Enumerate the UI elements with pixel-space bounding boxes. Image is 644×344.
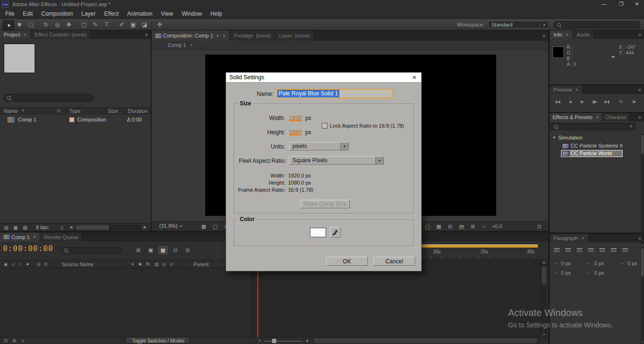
indent-right-value[interactable]: 0 px	[594, 260, 604, 266]
first-frame-button[interactable]: ▮◀	[553, 98, 563, 105]
mask-visibility-icon[interactable]: ▢	[210, 223, 220, 230]
justify-all-button[interactable]	[621, 247, 629, 254]
panel-menu-icon[interactable]: ≡	[540, 30, 548, 41]
timeline-horizontal-scrollbar[interactable]	[313, 338, 539, 344]
pen-tool[interactable]: ✎	[90, 20, 100, 29]
width-value[interactable]: 1920	[289, 115, 302, 121]
scrollbar-thumb[interactable]	[641, 248, 644, 277]
label-column-icon[interactable]: ◎	[57, 108, 61, 113]
effects-folder-row[interactable]: ▼ Simulation	[550, 134, 641, 141]
brush-tool[interactable]: ✐	[117, 20, 127, 29]
lock-aspect-label[interactable]: Lock Aspect Ratio to 16:9 (1.78)	[330, 123, 404, 129]
align-right-button[interactable]	[575, 247, 584, 254]
clone-stamp-tool[interactable]: ▣	[128, 20, 138, 29]
rotation-tool[interactable]: ↻	[41, 20, 51, 29]
tab-character[interactable]: Characte	[602, 113, 630, 121]
tab-effect-controls[interactable]: Effect Controls: (none)	[31, 30, 91, 39]
scroll-up-icon[interactable]: ▲	[641, 243, 644, 246]
tab-close-icon[interactable]: ✕	[23, 33, 27, 37]
column-type[interactable]: Type	[69, 108, 81, 114]
effects-search-input[interactable]: ✕	[551, 123, 636, 130]
tab-close-icon[interactable]: ✕	[581, 236, 584, 241]
transparency-grid-icon[interactable]: ▤	[457, 223, 466, 230]
bpc-button[interactable]: 8 bpc	[36, 224, 49, 230]
frame-blending-icon[interactable]: ⊡	[171, 246, 180, 254]
maximize-button[interactable]: ❐	[613, 0, 629, 9]
composition-mini-flowchart-icon[interactable]: ⊞	[134, 246, 143, 254]
parent-column[interactable]: Parent	[193, 261, 209, 267]
lock-aspect-checkbox[interactable]	[322, 123, 327, 129]
zoom-in-icon[interactable]: ▲	[305, 338, 309, 343]
panel-menu-icon[interactable]: ≡	[635, 234, 644, 242]
minimize-button[interactable]: —	[595, 0, 612, 9]
tab-project[interactable]: Project✕	[0, 30, 31, 39]
column-size[interactable]: Size	[108, 108, 118, 114]
exposure-reset-icon[interactable]: ⊡	[535, 223, 544, 230]
tab-timeline-comp1[interactable]: Comp 1 ✕	[0, 232, 40, 242]
zoom-tool[interactable]	[26, 20, 36, 29]
new-folder-icon[interactable]: ▦	[11, 224, 20, 231]
menu-composition[interactable]: Composition	[37, 10, 77, 17]
scroll-right-icon[interactable]: ▶	[142, 224, 148, 231]
motion-blur-icon[interactable]: ⊟	[183, 246, 192, 254]
menu-layer[interactable]: Layer	[77, 10, 100, 17]
cancel-button[interactable]: Cancel	[373, 257, 415, 266]
expand-layer-switches-icon[interactable]: ⊡	[2, 338, 9, 344]
dialog-close-button[interactable]: ✕	[411, 74, 418, 81]
zoom-slider-thumb[interactable]	[272, 339, 276, 343]
puppet-pin-tool[interactable]: ✜	[154, 20, 165, 29]
selection-tool[interactable]: ➤	[3, 20, 14, 30]
effect-item-selected[interactable]: CC Particle World	[561, 150, 623, 157]
last-frame-button[interactable]: ▶▮	[602, 98, 612, 105]
tab-close-icon[interactable]: ✕	[223, 34, 226, 38]
current-time-display[interactable]: 0:00:00:00	[3, 244, 53, 253]
make-comp-size-button[interactable]: Make Comp Size	[300, 200, 350, 208]
vertical-scrollbar[interactable]: ▲ ▼	[641, 242, 644, 344]
horizontal-scrollbar[interactable]	[75, 225, 141, 230]
tab-preview[interactable]: Preview✕	[550, 85, 583, 94]
source-name-column[interactable]: Source Name	[62, 261, 93, 267]
toggle-switches-modes-button[interactable]: Toggle Switches / Modes	[127, 338, 190, 344]
hand-tool[interactable]: ✱	[14, 20, 25, 29]
menu-file[interactable]: File	[1, 10, 18, 17]
camera-tool[interactable]: ◎	[52, 20, 63, 29]
next-frame-button[interactable]: ▮▶	[590, 98, 600, 105]
grid-guides-icon[interactable]: ▦	[199, 223, 209, 230]
panel-menu-icon[interactable]: ≡	[635, 85, 644, 94]
timeline-zoom-slider[interactable]	[264, 341, 302, 342]
tab-close-icon[interactable]: ✕	[33, 235, 36, 239]
scroll-down-icon[interactable]: ▼	[541, 333, 547, 336]
menu-help[interactable]: Help	[206, 10, 227, 17]
menu-window[interactable]: Window	[177, 10, 206, 17]
scrollbar-thumb[interactable]	[314, 338, 537, 343]
tab-layer[interactable]: Layer: (none)	[275, 30, 314, 41]
expand-in-out-icon[interactable]: ≡	[19, 338, 27, 344]
solid-name-input[interactable]: Pale Royal Blue Solid 1	[275, 89, 393, 98]
tab-render-queue[interactable]: Render Queue	[40, 232, 82, 242]
eraser-tool[interactable]: ◪	[139, 20, 150, 29]
color-swatch[interactable]	[310, 228, 326, 237]
tab-info[interactable]: Info✕	[550, 30, 573, 39]
tab-close-icon[interactable]: ✕	[575, 88, 579, 92]
expand-transfer-controls-icon[interactable]: ⊟	[10, 338, 18, 344]
3d-view-icon[interactable]: ⊞	[468, 223, 478, 230]
interpret-footage-icon[interactable]: ▤	[2, 224, 10, 231]
timeline-search-input[interactable]	[61, 247, 121, 254]
justify-last-center-button[interactable]	[598, 247, 607, 254]
align-left-button[interactable]	[553, 247, 561, 254]
vertical-scrollbar[interactable]	[641, 134, 644, 232]
pixel-aspect-ratio-dropdown[interactable]: Square Pixels ▼	[289, 156, 384, 165]
align-center-button[interactable]	[564, 247, 572, 254]
units-dropdown[interactable]: pixels ▼	[289, 142, 349, 150]
comp-button-icon[interactable]: ⊡	[541, 260, 547, 265]
scrollbar-thumb[interactable]	[542, 267, 546, 285]
type-tool[interactable]: T	[101, 20, 112, 29]
space-before-value[interactable]: 0 px	[627, 260, 637, 266]
panel-menu-icon[interactable]: ≡	[635, 113, 644, 121]
new-composition-icon[interactable]: ▧	[21, 224, 29, 231]
height-value[interactable]: 1080	[289, 129, 302, 136]
tab-paragraph[interactable]: Paragraph✕	[550, 234, 589, 242]
menu-view[interactable]: View	[157, 10, 178, 17]
scroll-down-icon[interactable]: ▼	[641, 340, 644, 343]
eyedropper-button[interactable]	[330, 227, 341, 238]
